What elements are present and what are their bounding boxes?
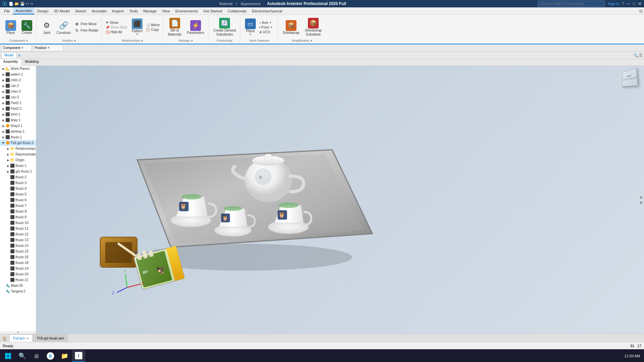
home-tab-btn[interactable]: 🏠: [1, 335, 8, 342]
tree-item-part22[interactable]: ▶ ⬛ Part2:2: [0, 106, 36, 111]
menu-design[interactable]: Design: [34, 7, 51, 14]
tree-item-thuoc20[interactable]: ⬛ thuốc:20: [0, 271, 36, 277]
search-help-input[interactable]: [538, 1, 605, 7]
tree-item-thuoc9[interactable]: ⬛ thuốc:9: [0, 214, 36, 220]
tree-toggle-work-plane1[interactable]: ▶: [1, 67, 5, 71]
tree-item-work-plane1[interactable]: ▶ 📐 Work Plane1: [0, 66, 36, 72]
place-button[interactable]: 📦 Place: [3, 17, 18, 37]
component-chevron-icon[interactable]: ▼: [26, 39, 28, 42]
viewport[interactable]: TOP FRONT RIGHT ▲ ▼: [36, 66, 644, 334]
tree-toggle-relationships[interactable]: ▶: [6, 147, 10, 151]
tree-item-thuoc12[interactable]: ⬛ thuốc:12: [0, 231, 36, 237]
tree-item-tangent2[interactable]: 🔩 Tangent:2: [0, 288, 36, 294]
tree-toggle-binh1[interactable]: ▶: [1, 112, 5, 117]
tree-item-thuoc6[interactable]: ⬛ thuốc:6: [0, 197, 36, 203]
create-button[interactable]: 🔧 Create: [19, 17, 34, 37]
tree-item-thuoc4[interactable]: ⬛ thuốc:4: [0, 186, 36, 191]
assembly-tab[interactable]: Assembly: [0, 59, 22, 65]
menu-tools[interactable]: Tools: [127, 7, 141, 14]
file-explorer-btn[interactable]: 📁: [58, 350, 71, 362]
tree-toggle-ashtray1[interactable]: ▶: [1, 130, 5, 134]
pattern-button[interactable]: ⬛ Pattern ▼: [130, 17, 145, 37]
component-dropdown[interactable]: Component ▼: [1, 45, 32, 51]
show-button[interactable]: 👁 Show: [105, 20, 128, 25]
tree-item-goi-thuoc1[interactable]: ▶ ⬛ gói thuốc:1: [0, 169, 36, 174]
copy-button[interactable]: 📋 Copy: [145, 28, 161, 32]
tree-toggle-khay21[interactable]: ▶: [1, 124, 5, 128]
constrain-button[interactable]: 🔗 Constrain: [54, 17, 73, 37]
tree-item-chen3[interactable]: ▶ ⬛ chén:3: [0, 89, 36, 94]
menu-environments[interactable]: Environments: [173, 7, 201, 14]
add-tab-btn[interactable]: +: [18, 53, 21, 58]
tree-item-thuoc18[interactable]: ⬛ thuốc:18: [0, 260, 36, 266]
tree-item-waterr1[interactable]: ▶ ⬛ waterr:1: [0, 72, 36, 77]
tree-toggle-khay1[interactable]: ▶: [1, 118, 5, 122]
sign-in-btn[interactable]: Sign In: [608, 2, 619, 6]
redo-btn[interactable]: ↪: [30, 2, 33, 6]
tree-toggle-waterr1[interactable]: ▶: [1, 73, 5, 77]
tree-toggle-thuoc1[interactable]: ▶: [1, 135, 5, 139]
tree-item-thuoc7[interactable]: ⬛ thuốc:7: [0, 203, 36, 209]
save-btn[interactable]: 💾: [20, 2, 25, 6]
tree-toggle-representations[interactable]: ▶: [6, 152, 10, 156]
ucs-button[interactable]: ⊕ UCS: [258, 30, 274, 34]
relationships-chevron-icon[interactable]: ▼: [141, 39, 144, 42]
tree-item-thuoc8[interactable]: ⬛ thuốc:8: [0, 209, 36, 214]
tree-toggle-thuoc1-sub[interactable]: ▶: [6, 164, 10, 168]
new-btn[interactable]: 📄: [9, 2, 13, 6]
menu-file[interactable]: File: [1, 7, 13, 14]
simplification-chevron-icon[interactable]: ▼: [310, 39, 313, 42]
tree-toggle-chen3[interactable]: ▶: [1, 90, 5, 94]
tree-item-thuoc15[interactable]: ⬛ thuốc:15: [0, 248, 36, 254]
free-move-button[interactable]: ✥ Free Move: [73, 21, 99, 27]
tree-item-coc3[interactable]: ▶ ⬛ cốc:3: [0, 94, 36, 100]
tree-toggle-coc3[interactable]: ▶: [1, 95, 5, 99]
ribbon-toggle-btn[interactable]: ⊟: [639, 9, 643, 13]
tree-item-thuoc21[interactable]: ⬛ thuốc:21: [0, 277, 36, 283]
tree-item-part21[interactable]: ▶ ⬛ Part2:1: [0, 100, 36, 106]
tree-item-coc2[interactable]: ▶ ⬛ cốc:2: [0, 83, 36, 89]
position-dropdown[interactable]: Position ▼: [33, 45, 63, 51]
tree-item-origin[interactable]: ▶ 📁 Origin: [0, 157, 36, 163]
tree-toggle-chen2[interactable]: ▶: [1, 78, 5, 82]
minimize-btn[interactable]: ─: [627, 1, 630, 6]
search-taskbar-btn[interactable]: 🔍: [15, 350, 29, 362]
menu-electromechanical[interactable]: Electromechanical: [249, 7, 285, 14]
tree-toggle-part22[interactable]: ▶: [1, 107, 5, 111]
inventor-taskbar-btn[interactable]: I: [72, 350, 85, 362]
manage-chevron-icon[interactable]: ▼: [191, 39, 193, 42]
open-btn[interactable]: 📂: [14, 2, 19, 6]
tree-toggle-part21[interactable]: ▶: [1, 101, 5, 105]
tree-item-thuoc10[interactable]: ⬛ thuốc:10: [0, 220, 36, 226]
tree-item-representations[interactable]: ▶ 📁 Representations: [0, 151, 36, 157]
close-btn[interactable]: ✕: [638, 1, 642, 6]
windows-start-btn[interactable]: [1, 350, 15, 362]
shrinkwrap-button[interactable]: 📦 Shrinkwrap: [281, 17, 301, 37]
menu-getstarted[interactable]: Get Started: [201, 7, 225, 14]
tree-item-ashtray1[interactable]: ▶ ⬛ ashtray:1: [0, 129, 36, 134]
tree-item-full-goi-thuoc1[interactable]: ▶ 🔶 Fùll gói thuốc:1: [0, 140, 36, 146]
bill-of-materials-button[interactable]: 📄 Bill ofMaterials: [166, 16, 184, 38]
menu-annotate[interactable]: Annotate: [89, 7, 109, 14]
view-cube[interactable]: TOP FRONT RIGHT: [620, 69, 641, 89]
free-rotate-button[interactable]: ↻ Free Rotate: [73, 28, 99, 34]
tree-item-mate26[interactable]: 🔩 Mate:26: [0, 283, 36, 288]
plane-button[interactable]: ▭ Plane ▼: [243, 17, 258, 37]
menu-collaborate[interactable]: Collaborate: [225, 7, 249, 14]
tree-item-thuoc2[interactable]: ⬛ thuốc:2: [0, 174, 36, 180]
tree-item-thuoc1[interactable]: ▶ ⬛ thuốc:1: [0, 134, 36, 140]
maximize-btn[interactable]: □: [633, 1, 635, 6]
model-tab[interactable]: Model: [1, 52, 16, 58]
tree-toggle-full-goi-thuoc1[interactable]: ▶: [1, 141, 5, 145]
menu-3dmodel[interactable]: 3D Model: [51, 7, 72, 14]
tree-scroll-area[interactable]: ▶ 📐 Work Plane1 ▶ ⬛ waterr:1 ▶ ⬛ chén:2 …: [0, 66, 36, 331]
tree-item-thuoc16[interactable]: ⬛ thuốc:16: [0, 254, 36, 260]
show-stick-button[interactable]: 📌 Show Stick: [105, 25, 128, 30]
menu-assemble[interactable]: Assemble: [13, 7, 34, 14]
tree-item-relationships[interactable]: ▶ 📁 Relationships: [0, 146, 36, 151]
tab-full-lam-close[interactable]: ✕: [26, 336, 29, 340]
shrinkwrap-substitute-button[interactable]: 📦 ShrinkwrapSubstitute: [303, 16, 324, 38]
undo-btn[interactable]: ↩: [26, 2, 29, 6]
tree-item-thuoc14[interactable]: ⬛ thuốc:14: [0, 243, 36, 248]
tree-toggle-origin[interactable]: ▶: [6, 158, 10, 162]
